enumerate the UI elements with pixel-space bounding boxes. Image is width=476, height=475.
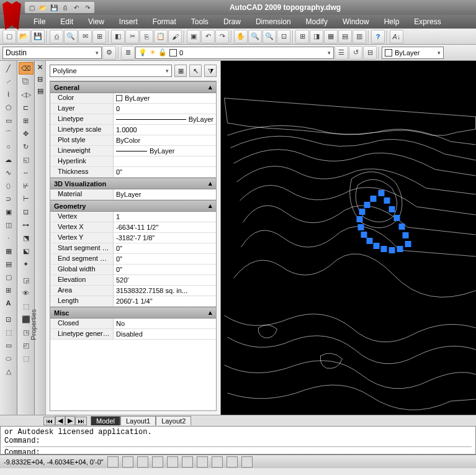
markup-button[interactable]: ▤	[338, 30, 352, 43]
prop-plotstyle-value[interactable]: ByColor	[114, 135, 216, 145]
save-icon[interactable]: 💾	[49, 2, 59, 12]
section-3dviz[interactable]: 3D Visualization▴	[50, 178, 216, 189]
app-logo[interactable]	[2, 1, 21, 30]
prop-vertexy-value[interactable]: -3182'-7 1/8"	[114, 233, 216, 243]
snap-toggle[interactable]	[107, 456, 119, 468]
menu-edit[interactable]: Edit	[53, 16, 81, 27]
properties-close-icon[interactable]: ✕	[37, 63, 43, 71]
preview-button[interactable]: 🔍	[64, 30, 78, 43]
osnap-toggle[interactable]	[167, 456, 178, 468]
cmd-prompt[interactable]: Command:	[4, 448, 472, 455]
workspace-icon[interactable]: ⊡	[1, 313, 16, 325]
dyn-toggle[interactable]	[212, 456, 223, 468]
tool-palette-button[interactable]: ▦	[324, 30, 338, 43]
zoom-win-button[interactable]: ⊡	[277, 30, 290, 43]
box-icon[interactable]: ▭	[1, 339, 16, 351]
cut-button[interactable]: ✂	[125, 30, 139, 43]
prop-len-value[interactable]: 2060'-1 1/4"	[114, 296, 216, 306]
style-combo[interactable]: Dustin	[2, 47, 102, 59]
model-viewport[interactable]	[221, 61, 476, 415]
join-tool[interactable]: ⊶	[19, 219, 34, 231]
coordinates-readout[interactable]: -9.8332E+04, -4.6034E+04, 0'-0"	[4, 458, 104, 466]
save-button[interactable]: 💾	[31, 30, 45, 43]
tab-model[interactable]: Model	[91, 416, 120, 425]
xline-tool[interactable]: ⟋	[1, 75, 16, 88]
prop-vertexx-value[interactable]: -6634'-11 1/2"	[114, 222, 216, 232]
menu-draw[interactable]: Draw	[216, 16, 248, 27]
section-geometry[interactable]: Geometry▴	[50, 200, 216, 212]
block-button[interactable]: ▣	[187, 30, 200, 43]
match-button[interactable]: 🖌	[168, 30, 182, 43]
cube-icon[interactable]: ⬚	[1, 326, 16, 338]
tab-nav-first[interactable]: ⏮	[43, 417, 55, 425]
mirror-tool[interactable]: ◁▷	[19, 88, 34, 101]
new-icon[interactable]: ▢	[27, 2, 37, 12]
layer-states-icon[interactable]: ☰	[335, 46, 348, 60]
pan-button[interactable]: ✋	[234, 30, 248, 43]
color-combo[interactable]: ByLayer	[382, 47, 444, 59]
menu-insert[interactable]: Insert	[112, 16, 145, 27]
offset-tool[interactable]: ⊏	[19, 101, 34, 114]
prop-color-value[interactable]: ByLayer	[114, 93, 216, 103]
prop-thickness-value[interactable]: 0"	[114, 167, 216, 177]
explode-tool[interactable]: ✦	[19, 258, 34, 270]
prop-gw-value[interactable]: 0"	[114, 265, 216, 274]
menu-format[interactable]: Format	[145, 16, 184, 27]
revcloud-tool[interactable]: ☁	[1, 153, 16, 166]
tab-nav-next[interactable]: ▶	[65, 416, 75, 425]
prop-lineweight-value[interactable]: ByLayer	[114, 146, 216, 156]
menu-modify[interactable]: Modify	[299, 16, 335, 27]
tab-layout2[interactable]: Layout2	[156, 416, 191, 425]
break-tool[interactable]: ⊡	[19, 206, 34, 218]
erase-tool[interactable]: ⌫	[19, 62, 34, 75]
prop-layer-value[interactable]: 0	[114, 104, 216, 114]
insert-tool[interactable]: ▣	[1, 206, 16, 218]
help-icon[interactable]: ?	[371, 30, 385, 43]
prop-elev-value[interactable]: 520'	[114, 275, 216, 285]
ortho-toggle[interactable]	[137, 456, 148, 468]
layer-iso-icon[interactable]: ⊟	[363, 46, 377, 60]
spline-tool[interactable]: ∿	[1, 166, 16, 179]
ucs-icon[interactable]: ◲	[19, 274, 34, 286]
textstyle-icon[interactable]: A↓	[390, 30, 403, 43]
prop-linetype-value[interactable]: ByLayer	[114, 114, 216, 124]
grid-toggle[interactable]	[122, 456, 133, 468]
scale-tool[interactable]: ◱	[19, 153, 34, 166]
new-button[interactable]: ▢	[2, 30, 16, 43]
command-line[interactable]: or Autodesk licensed application. Comman…	[0, 426, 476, 455]
line-tool[interactable]: ╱	[1, 62, 16, 75]
menu-tools[interactable]: Tools	[184, 16, 216, 27]
menu-help[interactable]: Help	[377, 16, 407, 27]
prop-ltscale-value[interactable]: 1.0000	[114, 125, 216, 135]
properties-button[interactable]: ⊞	[295, 30, 309, 43]
layer-manager-icon[interactable]: ≣	[121, 46, 135, 60]
trim-tool[interactable]: ⊬	[19, 179, 34, 192]
open-button[interactable]: 📂	[17, 30, 30, 43]
otrack-toggle[interactable]	[182, 456, 193, 468]
table-tool[interactable]: ⊞	[1, 284, 16, 296]
ellipse-tool[interactable]: ⬯	[1, 179, 16, 192]
3d5-icon[interactable]: ⬚	[19, 352, 34, 364]
stretch-tool[interactable]: ↔	[19, 166, 34, 179]
plot-button[interactable]: ⊞	[92, 30, 106, 43]
quick-select-icon[interactable]: ⧩	[204, 65, 217, 77]
tab-nav-prev[interactable]: ◀	[55, 416, 65, 425]
publish-button[interactable]: ✉	[78, 30, 92, 43]
copy-tool[interactable]: ⿻	[19, 75, 34, 88]
tab-nav-last[interactable]: ⏭	[75, 417, 87, 425]
menu-view[interactable]: View	[81, 16, 112, 27]
select-objects-icon[interactable]: ↖	[189, 65, 202, 77]
prop-hyperlink-value[interactable]	[114, 156, 216, 166]
cone-icon[interactable]: △	[1, 365, 16, 378]
tab-layout1[interactable]: Layout1	[120, 416, 156, 425]
lwt-toggle[interactable]	[227, 456, 238, 468]
move-tool[interactable]: ✥	[19, 127, 34, 140]
layer-combo[interactable]: 💡 ☀ 🔓 0	[135, 47, 334, 59]
style-manage-icon[interactable]: ⚙	[102, 46, 116, 60]
layer-prev-icon[interactable]: ↺	[349, 46, 362, 60]
rotate-tool[interactable]: ↻	[19, 140, 34, 153]
circle-tool[interactable]: ○	[1, 140, 16, 153]
prop-vertex-value[interactable]: 1	[114, 212, 216, 222]
ducs-toggle[interactable]	[197, 456, 208, 468]
paste-button[interactable]: 📋	[154, 30, 168, 43]
